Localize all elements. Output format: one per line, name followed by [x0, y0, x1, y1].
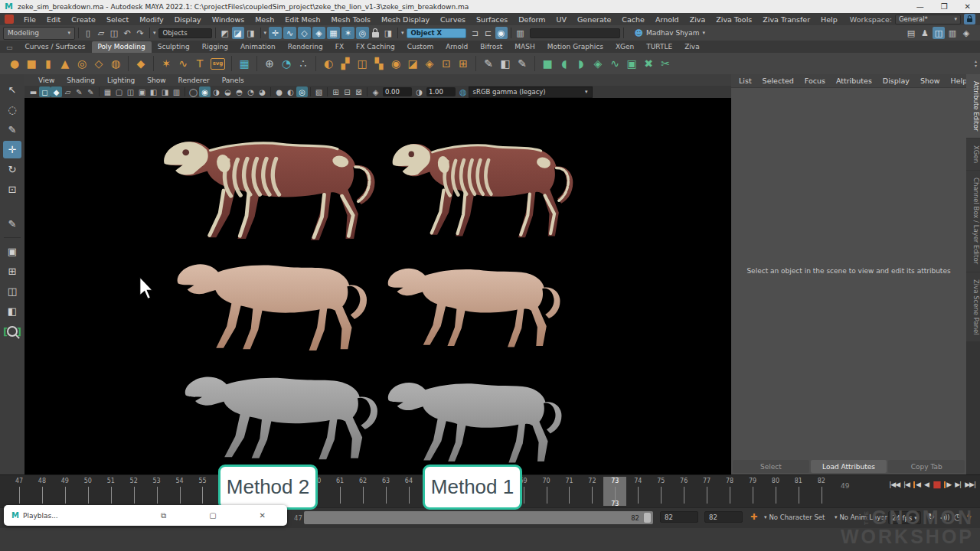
- bridge-green-icon[interactable]: ◖: [556, 55, 573, 72]
- menu-curves[interactable]: Curves: [435, 15, 471, 24]
- field-caret-icon[interactable]: ▾: [401, 30, 404, 36]
- timeline-frame-64[interactable]: 64: [397, 477, 420, 506]
- character-set-dropdown[interactable]: ▾ No Character Set: [764, 511, 825, 523]
- select-component-icon[interactable]: ◨: [245, 27, 257, 39]
- menu-cache[interactable]: Cache: [616, 15, 650, 24]
- user-account-menu[interactable]: ☻ Madhav Shyam ▾: [635, 28, 705, 38]
- timeline-frame-70[interactable]: 70: [535, 477, 558, 506]
- lasso-select-tool[interactable]: ◌: [3, 101, 21, 119]
- smooth-icon[interactable]: ▚: [371, 55, 387, 72]
- timeline-frame-72[interactable]: 72: [580, 477, 603, 506]
- window-maximize-button[interactable]: ❐: [941, 2, 948, 11]
- shaded-mode-icon[interactable]: ◉: [199, 86, 211, 97]
- ae-menu-list[interactable]: List: [739, 77, 752, 85]
- lattice-icon[interactable]: ◉: [387, 55, 404, 72]
- type-tool-icon[interactable]: T: [191, 55, 208, 72]
- step-back-key-button[interactable]: ◀: [913, 481, 920, 488]
- reduce-icon[interactable]: ▣: [623, 55, 640, 72]
- rotate-tool[interactable]: ↻: [3, 161, 21, 178]
- timeline-frame-53[interactable]: 53: [145, 477, 168, 506]
- shelf-tab-rigging[interactable]: Rigging: [196, 41, 234, 53]
- shelf-tab-bifrost[interactable]: Bifrost: [474, 41, 508, 53]
- separate-icon[interactable]: ▞: [337, 55, 354, 72]
- play-backwards-button[interactable]: ◀: [924, 481, 929, 488]
- construction-history-icon[interactable]: ◉: [495, 27, 508, 39]
- grid-icon[interactable]: ▦: [102, 86, 113, 97]
- motion-blur-icon[interactable]: ◕: [256, 86, 268, 97]
- shadows-icon[interactable]: ◓: [234, 86, 245, 97]
- range-slider-handle[interactable]: [644, 513, 651, 523]
- move-tool[interactable]: ✛: [3, 141, 21, 158]
- ae-menu-show[interactable]: Show: [920, 77, 940, 85]
- menu-select[interactable]: Select: [101, 15, 134, 24]
- use-all-lights-icon[interactable]: ◒: [222, 86, 234, 97]
- snap-to-point-icon[interactable]: ◇: [298, 27, 311, 39]
- load-attributes-button[interactable]: Load Attributes: [811, 460, 887, 473]
- snap-to-projected-center-icon[interactable]: ◈: [312, 27, 325, 39]
- poly-sphere-icon[interactable]: ●: [6, 55, 23, 72]
- timeline-frame-75[interactable]: 75: [649, 477, 672, 506]
- snap-to-view-plane-icon[interactable]: ▦: [327, 27, 340, 39]
- shelf-menu-icon[interactable]: ▭: [6, 44, 13, 51]
- render-view-icon[interactable]: ▥: [514, 27, 527, 39]
- step-back-frame-button[interactable]: |◀: [903, 481, 910, 488]
- channel-box-toggle-icon[interactable]: ◈: [960, 27, 972, 39]
- menu-help[interactable]: Help: [815, 15, 843, 24]
- select-object-icon[interactable]: ◪: [232, 27, 244, 39]
- selection-mask-dropdown[interactable]: Objects: [158, 28, 212, 38]
- undo-icon[interactable]: ↶: [121, 27, 133, 39]
- panel-menu-view[interactable]: View: [32, 77, 60, 84]
- menu-edit[interactable]: Edit: [41, 15, 66, 24]
- poly-plane-icon[interactable]: ◇: [90, 55, 107, 72]
- menu-windows[interactable]: Windows: [207, 15, 250, 24]
- menu-ziva-transfer[interactable]: Ziva Transfer: [757, 15, 815, 24]
- layout-single-pane[interactable]: ▣: [3, 243, 21, 260]
- ambient-occlusion-icon[interactable]: ◔: [245, 86, 256, 97]
- shelf-tab-poly-modeling[interactable]: Poly Modeling: [92, 41, 152, 53]
- menu-ziva[interactable]: Ziva: [684, 15, 711, 24]
- highlight-selection-icon[interactable]: ◨: [382, 27, 394, 39]
- pencil-curve-icon[interactable]: ∿: [175, 55, 191, 72]
- menu-create[interactable]: Create: [66, 15, 101, 24]
- menu-generate[interactable]: Generate: [572, 15, 616, 24]
- film-gate-icon[interactable]: ▢: [113, 86, 125, 97]
- lion-anatomy-right[interactable]: [387, 129, 577, 243]
- timeline-frame-48[interactable]: 48: [31, 477, 54, 506]
- range-slider[interactable]: 82: [304, 511, 653, 524]
- set-key-icon[interactable]: ✚: [750, 512, 757, 522]
- target-weld-icon[interactable]: ✎: [514, 55, 531, 72]
- numeric-input-field[interactable]: [530, 28, 620, 38]
- pane-persp-icon[interactable]: ⊠: [353, 86, 364, 97]
- timeline-frame-74[interactable]: 74: [626, 477, 649, 506]
- zoom-select-tool[interactable]: [3, 322, 21, 341]
- center-pivot-icon[interactable]: ◔: [278, 55, 295, 72]
- menu-mesh-display[interactable]: Mesh Display: [376, 15, 435, 24]
- lion-gray-left[interactable]: [178, 364, 381, 465]
- select-button[interactable]: Select: [733, 460, 809, 473]
- select-hierarchy-icon[interactable]: ◩: [219, 27, 231, 39]
- xray-icon[interactable]: ◐: [285, 86, 296, 97]
- ae-menu-focus[interactable]: Focus: [805, 77, 825, 85]
- gamma-field[interactable]: 1.00: [426, 87, 456, 96]
- go-to-start-button[interactable]: |◀◀: [889, 481, 900, 488]
- mirror-icon[interactable]: ◪: [404, 55, 421, 72]
- poly-torus-icon[interactable]: ◎: [74, 55, 90, 72]
- input-connections-icon[interactable]: ⊐: [469, 27, 482, 39]
- shelf-tab-arnold[interactable]: Arnold: [439, 41, 474, 53]
- poly-disc-icon[interactable]: ◍: [107, 55, 124, 72]
- menu-uv[interactable]: UV: [551, 15, 572, 24]
- timeline-frame-78[interactable]: 78: [718, 477, 741, 506]
- panel-menu-shading[interactable]: Shading: [60, 77, 101, 84]
- svg-tool-icon[interactable]: svg: [211, 58, 225, 70]
- shelf-tab-mash[interactable]: MASH: [508, 41, 541, 53]
- safe-action-icon[interactable]: ◨: [159, 86, 171, 97]
- shelf-tab-turtle[interactable]: TURTLE: [640, 41, 678, 53]
- timeline-frame-79[interactable]: 79: [741, 477, 764, 506]
- menu-mesh-tools[interactable]: Mesh Tools: [326, 15, 376, 24]
- color-management-icon[interactable]: ◍: [459, 87, 467, 97]
- timeline-frame-47[interactable]: 47: [8, 477, 31, 506]
- viewport-panel[interactable]: ViewShadingLightingShowRendererPanels ▬◻…: [24, 74, 731, 474]
- shelf-tab-animation[interactable]: Animation: [234, 41, 282, 53]
- panel-menu-show[interactable]: Show: [141, 77, 172, 84]
- field-chart-icon[interactable]: ◧: [148, 86, 159, 97]
